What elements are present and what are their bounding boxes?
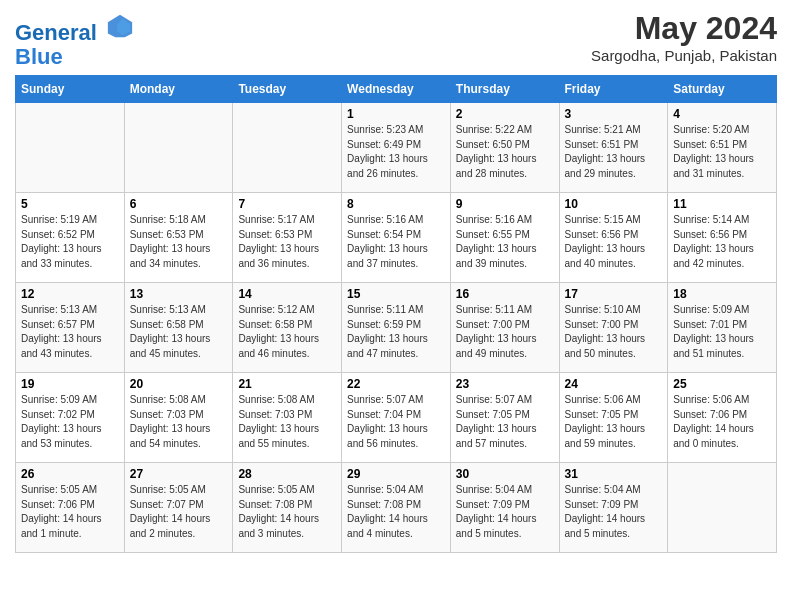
day-number: 22 <box>347 377 445 391</box>
day-info: Sunrise: 5:16 AMSunset: 6:54 PMDaylight:… <box>347 213 445 271</box>
calendar-cell: 23Sunrise: 5:07 AMSunset: 7:05 PMDayligh… <box>450 373 559 463</box>
day-number: 18 <box>673 287 771 301</box>
calendar-cell: 19Sunrise: 5:09 AMSunset: 7:02 PMDayligh… <box>16 373 125 463</box>
calendar-cell: 31Sunrise: 5:04 AMSunset: 7:09 PMDayligh… <box>559 463 668 553</box>
day-info: Sunrise: 5:11 AMSunset: 6:59 PMDaylight:… <box>347 303 445 361</box>
calendar-cell: 10Sunrise: 5:15 AMSunset: 6:56 PMDayligh… <box>559 193 668 283</box>
day-number: 25 <box>673 377 771 391</box>
logo-line2: Blue <box>15 44 63 69</box>
calendar-cell: 22Sunrise: 5:07 AMSunset: 7:04 PMDayligh… <box>342 373 451 463</box>
calendar-cell: 30Sunrise: 5:04 AMSunset: 7:09 PMDayligh… <box>450 463 559 553</box>
day-info: Sunrise: 5:13 AMSunset: 6:57 PMDaylight:… <box>21 303 119 361</box>
day-info: Sunrise: 5:13 AMSunset: 6:58 PMDaylight:… <box>130 303 228 361</box>
calendar-cell: 16Sunrise: 5:11 AMSunset: 7:00 PMDayligh… <box>450 283 559 373</box>
day-info: Sunrise: 5:16 AMSunset: 6:55 PMDaylight:… <box>456 213 554 271</box>
day-number: 8 <box>347 197 445 211</box>
calendar-cell: 15Sunrise: 5:11 AMSunset: 6:59 PMDayligh… <box>342 283 451 373</box>
day-info: Sunrise: 5:17 AMSunset: 6:53 PMDaylight:… <box>238 213 336 271</box>
calendar-cell: 25Sunrise: 5:06 AMSunset: 7:06 PMDayligh… <box>668 373 777 463</box>
day-info: Sunrise: 5:09 AMSunset: 7:01 PMDaylight:… <box>673 303 771 361</box>
logo-text: General <box>15 16 134 45</box>
day-number: 12 <box>21 287 119 301</box>
calendar-cell <box>124 103 233 193</box>
day-info: Sunrise: 5:12 AMSunset: 6:58 PMDaylight:… <box>238 303 336 361</box>
day-number: 6 <box>130 197 228 211</box>
day-info: Sunrise: 5:23 AMSunset: 6:49 PMDaylight:… <box>347 123 445 181</box>
day-number: 16 <box>456 287 554 301</box>
calendar-cell: 14Sunrise: 5:12 AMSunset: 6:58 PMDayligh… <box>233 283 342 373</box>
calendar-cell: 1Sunrise: 5:23 AMSunset: 6:49 PMDaylight… <box>342 103 451 193</box>
calendar-cell: 4Sunrise: 5:20 AMSunset: 6:51 PMDaylight… <box>668 103 777 193</box>
calendar-cell: 26Sunrise: 5:05 AMSunset: 7:06 PMDayligh… <box>16 463 125 553</box>
day-number: 15 <box>347 287 445 301</box>
logo-icon <box>106 12 134 40</box>
day-number: 17 <box>565 287 663 301</box>
day-info: Sunrise: 5:07 AMSunset: 7:04 PMDaylight:… <box>347 393 445 451</box>
day-number: 1 <box>347 107 445 121</box>
day-number: 13 <box>130 287 228 301</box>
location: Sargodha, Punjab, Pakistan <box>591 47 777 64</box>
calendar-cell: 24Sunrise: 5:06 AMSunset: 7:05 PMDayligh… <box>559 373 668 463</box>
day-info: Sunrise: 5:05 AMSunset: 7:06 PMDaylight:… <box>21 483 119 541</box>
day-number: 31 <box>565 467 663 481</box>
day-info: Sunrise: 5:19 AMSunset: 6:52 PMDaylight:… <box>21 213 119 271</box>
calendar-cell: 11Sunrise: 5:14 AMSunset: 6:56 PMDayligh… <box>668 193 777 283</box>
day-number: 30 <box>456 467 554 481</box>
calendar-cell: 2Sunrise: 5:22 AMSunset: 6:50 PMDaylight… <box>450 103 559 193</box>
weekday-header-friday: Friday <box>559 76 668 103</box>
day-number: 9 <box>456 197 554 211</box>
day-number: 24 <box>565 377 663 391</box>
calendar-cell: 28Sunrise: 5:05 AMSunset: 7:08 PMDayligh… <box>233 463 342 553</box>
weekday-header-saturday: Saturday <box>668 76 777 103</box>
calendar-cell: 13Sunrise: 5:13 AMSunset: 6:58 PMDayligh… <box>124 283 233 373</box>
day-info: Sunrise: 5:20 AMSunset: 6:51 PMDaylight:… <box>673 123 771 181</box>
header: General Blue May 2024 Sargodha, Punjab, … <box>15 10 777 69</box>
day-number: 23 <box>456 377 554 391</box>
calendar-week-2: 5Sunrise: 5:19 AMSunset: 6:52 PMDaylight… <box>16 193 777 283</box>
weekday-header-tuesday: Tuesday <box>233 76 342 103</box>
calendar-cell: 7Sunrise: 5:17 AMSunset: 6:53 PMDaylight… <box>233 193 342 283</box>
day-info: Sunrise: 5:18 AMSunset: 6:53 PMDaylight:… <box>130 213 228 271</box>
header-row: SundayMondayTuesdayWednesdayThursdayFrid… <box>16 76 777 103</box>
day-info: Sunrise: 5:08 AMSunset: 7:03 PMDaylight:… <box>130 393 228 451</box>
calendar-cell <box>233 103 342 193</box>
logo-line1: General <box>15 20 97 45</box>
day-info: Sunrise: 5:05 AMSunset: 7:08 PMDaylight:… <box>238 483 336 541</box>
weekday-header-monday: Monday <box>124 76 233 103</box>
day-number: 20 <box>130 377 228 391</box>
day-number: 14 <box>238 287 336 301</box>
day-info: Sunrise: 5:15 AMSunset: 6:56 PMDaylight:… <box>565 213 663 271</box>
calendar-week-4: 19Sunrise: 5:09 AMSunset: 7:02 PMDayligh… <box>16 373 777 463</box>
calendar-cell <box>668 463 777 553</box>
day-info: Sunrise: 5:14 AMSunset: 6:56 PMDaylight:… <box>673 213 771 271</box>
day-number: 28 <box>238 467 336 481</box>
logo: General Blue <box>15 16 134 69</box>
day-info: Sunrise: 5:22 AMSunset: 6:50 PMDaylight:… <box>456 123 554 181</box>
logo-line2-wrapper: Blue <box>15 45 134 69</box>
calendar-cell: 3Sunrise: 5:21 AMSunset: 6:51 PMDaylight… <box>559 103 668 193</box>
calendar-cell: 21Sunrise: 5:08 AMSunset: 7:03 PMDayligh… <box>233 373 342 463</box>
day-info: Sunrise: 5:21 AMSunset: 6:51 PMDaylight:… <box>565 123 663 181</box>
day-info: Sunrise: 5:04 AMSunset: 7:08 PMDaylight:… <box>347 483 445 541</box>
day-number: 3 <box>565 107 663 121</box>
calendar-week-5: 26Sunrise: 5:05 AMSunset: 7:06 PMDayligh… <box>16 463 777 553</box>
calendar-cell: 6Sunrise: 5:18 AMSunset: 6:53 PMDaylight… <box>124 193 233 283</box>
calendar-cell: 5Sunrise: 5:19 AMSunset: 6:52 PMDaylight… <box>16 193 125 283</box>
day-number: 10 <box>565 197 663 211</box>
calendar-cell: 17Sunrise: 5:10 AMSunset: 7:00 PMDayligh… <box>559 283 668 373</box>
calendar-cell: 18Sunrise: 5:09 AMSunset: 7:01 PMDayligh… <box>668 283 777 373</box>
day-number: 19 <box>21 377 119 391</box>
day-info: Sunrise: 5:04 AMSunset: 7:09 PMDaylight:… <box>565 483 663 541</box>
day-info: Sunrise: 5:05 AMSunset: 7:07 PMDaylight:… <box>130 483 228 541</box>
day-info: Sunrise: 5:06 AMSunset: 7:06 PMDaylight:… <box>673 393 771 451</box>
calendar-cell: 9Sunrise: 5:16 AMSunset: 6:55 PMDaylight… <box>450 193 559 283</box>
day-number: 11 <box>673 197 771 211</box>
day-info: Sunrise: 5:10 AMSunset: 7:00 PMDaylight:… <box>565 303 663 361</box>
calendar-cell: 29Sunrise: 5:04 AMSunset: 7:08 PMDayligh… <box>342 463 451 553</box>
calendar-week-1: 1Sunrise: 5:23 AMSunset: 6:49 PMDaylight… <box>16 103 777 193</box>
day-number: 7 <box>238 197 336 211</box>
calendar-cell <box>16 103 125 193</box>
day-info: Sunrise: 5:11 AMSunset: 7:00 PMDaylight:… <box>456 303 554 361</box>
calendar-cell: 20Sunrise: 5:08 AMSunset: 7:03 PMDayligh… <box>124 373 233 463</box>
weekday-header-sunday: Sunday <box>16 76 125 103</box>
